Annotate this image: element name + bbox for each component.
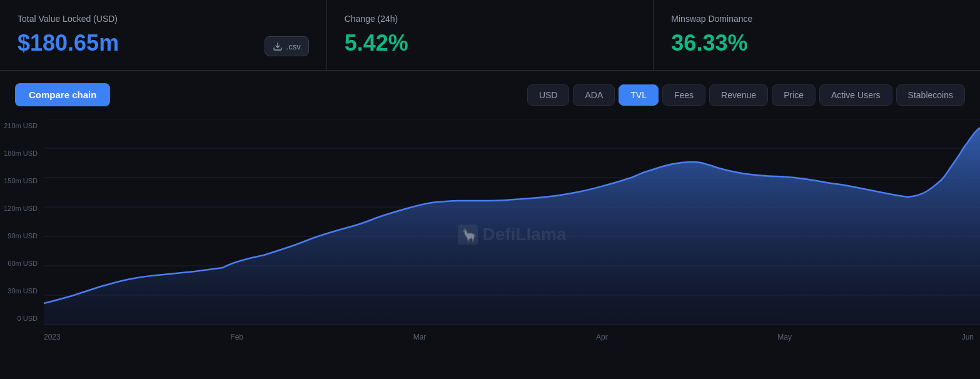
tvl-label: Total Value Locked (USD) <box>18 14 309 24</box>
y-label-210: 210m USD <box>0 122 44 129</box>
y-label-150: 150m USD <box>0 177 44 184</box>
x-label-apr: Apr <box>596 333 608 341</box>
x-label-jun: Jun <box>962 333 974 341</box>
chart-tab-group: USD ADA TVL Fees Revenue Price Active Us… <box>527 84 965 106</box>
change-value: 5.42% <box>345 30 636 56</box>
y-label-90: 90m USD <box>0 232 44 240</box>
tab-tvl[interactable]: TVL <box>619 84 659 106</box>
y-label-180: 180m USD <box>0 149 44 157</box>
dominance-label: Minswap Dominance <box>671 14 962 24</box>
tab-ada[interactable]: ADA <box>573 84 615 106</box>
x-label-mar: Mar <box>413 333 427 341</box>
chart-controls: Compare chain USD ADA TVL Fees Revenue P… <box>0 83 980 119</box>
y-label-30: 30m USD <box>0 287 44 295</box>
tab-usd[interactable]: USD <box>527 84 570 106</box>
chart-svg-container: 🦙 DefiLlama 2023 Feb Mar Apr May Jun <box>44 119 980 350</box>
y-label-120: 120m USD <box>0 205 44 212</box>
chart-area-fill <box>44 128 980 325</box>
csv-download-button[interactable]: .csv <box>265 36 309 56</box>
top-stats-row: Total Value Locked (USD) $180.65m .csv C… <box>0 0 980 71</box>
tab-active-users[interactable]: Active Users <box>819 84 892 106</box>
x-label-feb: Feb <box>230 333 243 341</box>
tab-fees[interactable]: Fees <box>662 84 705 106</box>
dominance-card: Minswap Dominance 36.33% <box>654 0 980 70</box>
chart-section: Compare chain USD ADA TVL Fees Revenue P… <box>0 71 980 350</box>
download-icon <box>273 41 283 51</box>
tvl-card: Total Value Locked (USD) $180.65m .csv <box>0 0 327 70</box>
x-axis-labels: 2023 Feb Mar Apr May Jun <box>44 329 980 341</box>
y-label-0: 0 USD <box>0 315 44 322</box>
x-label-2023: 2023 <box>44 333 61 341</box>
y-label-60: 60m USD <box>0 260 44 267</box>
dominance-value: 36.33% <box>671 30 962 56</box>
change-label: Change (24h) <box>345 14 636 24</box>
y-axis-labels: 210m USD 180m USD 150m USD 120m USD 90m … <box>0 119 44 325</box>
compare-chain-button[interactable]: Compare chain <box>15 83 110 106</box>
tvl-value: $180.65m <box>18 30 119 56</box>
change-card: Change (24h) 5.42% <box>327 0 654 70</box>
tab-stablecoins[interactable]: Stablecoins <box>896 84 965 106</box>
tvl-chart-svg <box>44 119 980 325</box>
tab-revenue[interactable]: Revenue <box>709 84 768 106</box>
chart-area: 210m USD 180m USD 150m USD 120m USD 90m … <box>0 119 980 350</box>
tab-price[interactable]: Price <box>772 84 816 106</box>
x-label-may: May <box>777 333 792 341</box>
csv-label: .csv <box>286 42 301 51</box>
